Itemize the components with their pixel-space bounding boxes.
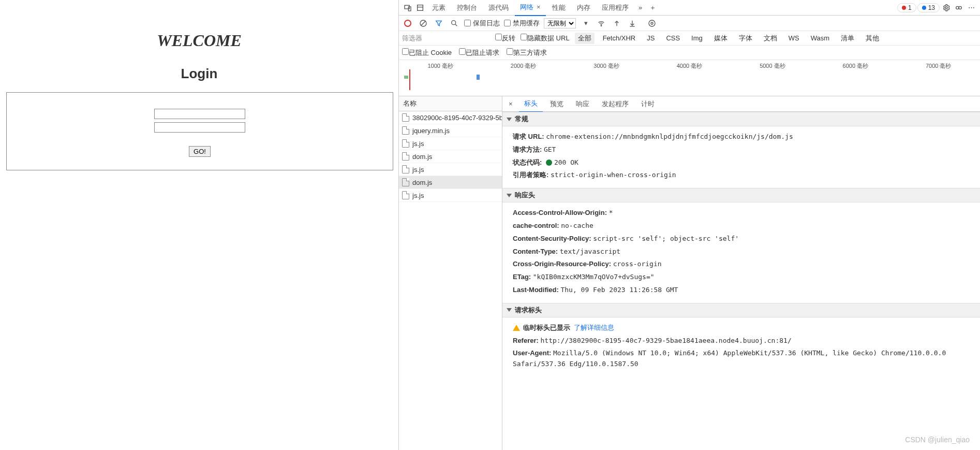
login-heading: Login [5, 66, 393, 82]
header-key: cache-control: [513, 222, 559, 229]
request-headers-section-header[interactable]: 请求标头 [502, 303, 980, 317]
search-icon[interactable] [449, 18, 460, 29]
welcome-heading: WELCOME [5, 31, 393, 50]
throttle-select[interactable]: 无限制 [544, 18, 576, 28]
file-icon [402, 113, 409, 122]
warning-icon [513, 325, 520, 331]
request-name: jquery.min.js [412, 127, 450, 135]
webpage-content: WELCOME Login GO! [0, 0, 398, 450]
request-row[interactable]: js.js [399, 163, 502, 176]
header-key: Access-Control-Allow-Origin: [513, 209, 607, 216]
request-row[interactable]: dom.js [399, 150, 502, 163]
status-code-value: 200 OK [554, 158, 578, 166]
dock-icon[interactable] [414, 2, 426, 13]
dtab-initiator[interactable]: 发起程序 [597, 96, 634, 112]
file-icon [402, 165, 409, 173]
filter-media[interactable]: 媒体 [711, 33, 731, 44]
status-dot-icon [546, 159, 552, 166]
request-url-value: chrome-extension://mnbndgmknlpdjdnjfmfcd… [546, 133, 793, 140]
network-body: 名称 3802900c-8195-40c7-9329-5b...jquery.m… [399, 96, 980, 450]
dtab-preview[interactable]: 预览 [545, 96, 569, 112]
disable-cache-checkbox[interactable]: 禁用缓存 [504, 19, 540, 28]
dtab-timing[interactable]: 计时 [636, 96, 660, 112]
third-party-checkbox[interactable]: 第三方请求 [507, 48, 547, 57]
add-tab-icon[interactable]: ＋ [647, 2, 659, 13]
invert-checkbox[interactable]: 反转 [495, 34, 515, 43]
filter-all[interactable]: 全部 [575, 33, 595, 44]
request-name: dom.js [412, 153, 432, 161]
request-row[interactable]: 3802900c-8195-40c7-9329-5b... [399, 111, 502, 124]
tab-sources[interactable]: 源代码 [483, 0, 514, 16]
referrer-policy-value: strict-origin-when-cross-origin [551, 171, 676, 179]
request-row[interactable]: js.js [399, 137, 502, 150]
filter-wasm[interactable]: Wasm [808, 33, 833, 43]
filter-img[interactable]: Img [688, 33, 706, 43]
header-key: Cross-Origin-Resource-Policy: [513, 260, 611, 268]
filter-font[interactable]: 字体 [736, 33, 755, 44]
filter-icon[interactable] [433, 18, 444, 29]
upload-icon[interactable] [611, 18, 622, 29]
tab-memory[interactable]: 内存 [572, 0, 596, 16]
dtab-response[interactable]: 响应 [571, 96, 595, 112]
file-icon [402, 191, 409, 199]
header-key: User-Agent: [513, 349, 551, 357]
close-detail-icon[interactable]: × [504, 98, 517, 110]
header-key: Content-Security-Policy: [513, 235, 591, 242]
tab-performance[interactable]: 性能 [547, 0, 571, 16]
referrer-policy-label: 引用者策略: [513, 171, 548, 179]
tab-network[interactable]: 网络× [515, 0, 546, 16]
request-row[interactable]: js.js [399, 189, 502, 202]
general-section-header[interactable]: 常规 [502, 112, 980, 126]
preserve-log-checkbox[interactable]: 保留日志 [464, 19, 500, 28]
filter-manifest[interactable]: 清单 [838, 33, 857, 44]
close-icon[interactable]: × [537, 3, 541, 11]
tab-application[interactable]: 应用程序 [597, 0, 634, 16]
record-icon[interactable] [402, 18, 413, 29]
clear-icon[interactable] [418, 18, 429, 29]
header-value: text/javascript [560, 248, 620, 255]
header-value: "kQIB0mzxcKM3Mm7qOVo7+dvSugs=" [533, 273, 655, 281]
filter-other[interactable]: 其他 [863, 33, 882, 44]
dtab-headers[interactable]: 标头 [519, 96, 543, 112]
chevron-down-icon[interactable]: ▾ [580, 18, 591, 29]
blocked-cookies-checkbox[interactable]: 已阻止 Cookie [402, 48, 452, 57]
tab-elements[interactable]: 元素 [427, 0, 451, 16]
feedback-icon[interactable] [953, 2, 964, 13]
tab-console[interactable]: 控制台 [452, 0, 482, 16]
network-timeline[interactable]: 1000 毫秒 2000 毫秒 3000 毫秒 4000 毫秒 5000 毫秒 … [399, 60, 980, 96]
hide-data-urls-checkbox[interactable]: 隐藏数据 URL [521, 34, 570, 43]
username-input[interactable] [154, 109, 245, 119]
tick: 2000 毫秒 [511, 62, 537, 70]
request-row[interactable]: jquery.min.js [399, 124, 502, 137]
settings-icon[interactable] [941, 2, 952, 13]
errors-badge[interactable]: 1 [897, 3, 916, 12]
filter-doc[interactable]: 文档 [761, 33, 780, 44]
svg-line-8 [421, 21, 425, 25]
more-icon[interactable]: ⋯ [966, 2, 977, 13]
request-row[interactable]: dom.js [399, 176, 502, 189]
learn-more-link[interactable]: 了解详细信息 [574, 324, 614, 331]
header-value: cross-origin [613, 260, 662, 268]
response-headers-section-header[interactable]: 响应头 [502, 188, 980, 202]
filter-js[interactable]: JS [644, 33, 658, 43]
header-key: ETag: [513, 273, 531, 281]
device-toolbar-icon[interactable] [402, 2, 413, 13]
request-name: 3802900c-8195-40c7-9329-5b... [412, 114, 502, 122]
go-button[interactable]: GO! [189, 146, 211, 157]
download-icon[interactable] [627, 18, 638, 29]
tick: 1000 毫秒 [427, 62, 453, 70]
filter-css[interactable]: CSS [663, 33, 683, 43]
request-name: dom.js [412, 179, 432, 186]
more-tabs-icon[interactable]: » [635, 2, 646, 13]
settings-gear-icon[interactable] [646, 18, 658, 29]
status-code-label: 状态代码: [513, 158, 542, 166]
header-key: Referer: [513, 337, 539, 344]
blocked-requests-checkbox[interactable]: 已阻止请求 [459, 48, 499, 57]
filter-fetch[interactable]: Fetch/XHR [600, 33, 639, 43]
filter-ws[interactable]: WS [785, 33, 803, 43]
password-input[interactable] [154, 122, 245, 133]
messages-badge[interactable]: 13 [917, 3, 940, 12]
wifi-icon[interactable] [596, 18, 607, 29]
filter-input[interactable]: 筛选器 [402, 34, 490, 43]
provisional-text: 临时标头已显示 [523, 324, 570, 331]
